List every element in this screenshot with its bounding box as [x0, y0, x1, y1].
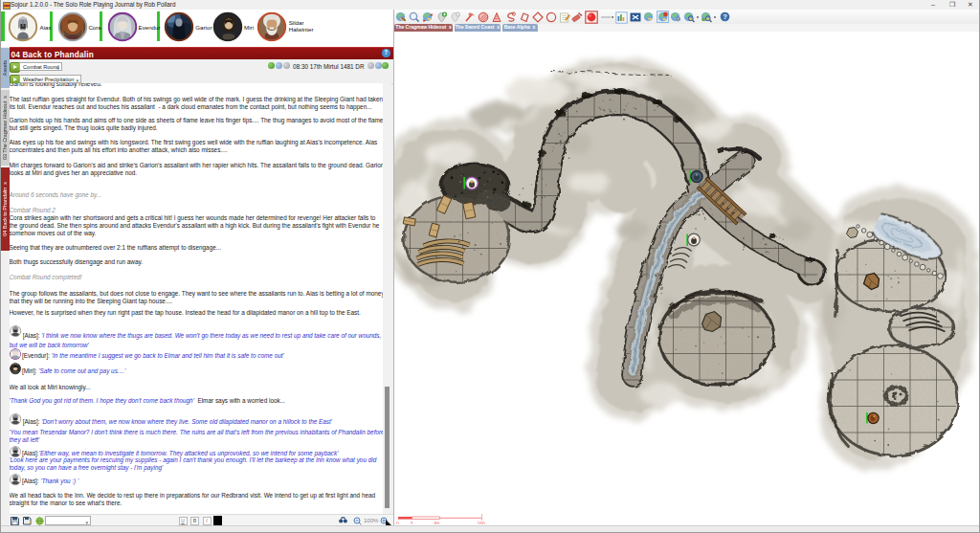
svg-text:0: 0: [396, 521, 399, 524]
svg-text:6ft: 6ft: [434, 521, 439, 524]
svg-text:16ft: 16ft: [477, 521, 485, 524]
svg-text:3: 3: [410, 521, 412, 524]
svg-text:?: ?: [723, 12, 727, 21]
